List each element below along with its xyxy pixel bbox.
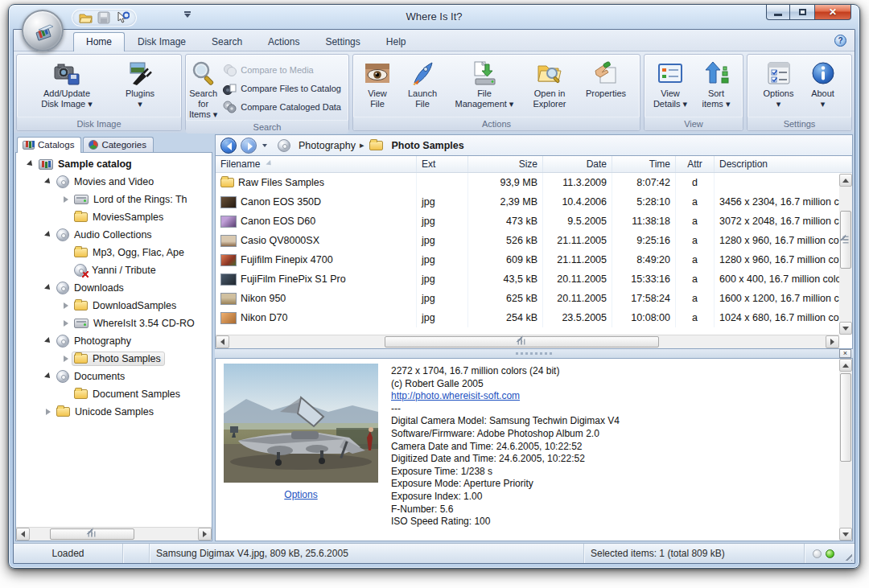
scroll-right-button[interactable] bbox=[826, 335, 839, 348]
about-button[interactable]: About ▾ bbox=[802, 56, 844, 117]
tree-item-downloads[interactable]: Downloads bbox=[16, 279, 212, 297]
column-attr[interactable]: Attr bbox=[676, 156, 715, 172]
expander-icon[interactable] bbox=[60, 302, 72, 309]
help-icon[interactable]: ? bbox=[834, 35, 846, 47]
tree-item-mp3-ogg-flac-ape[interactable]: Mp3, Ogg, Flac, Ape bbox=[16, 244, 212, 261]
file-row-canon-eos-350d[interactable]: Canon EOS 350D jpg2,39 MB 10.4.20065:28:… bbox=[216, 192, 852, 212]
tree-item-lord-of-the-rings[interactable]: Lord of the Rings: Th bbox=[16, 191, 212, 208]
scroll-left-button[interactable] bbox=[216, 335, 229, 348]
application-orb-button[interactable] bbox=[22, 10, 64, 51]
file-management-button[interactable]: File Management ▾ bbox=[446, 56, 523, 117]
tree-item-moviessamples[interactable]: MoviesSamples bbox=[16, 208, 212, 226]
tree-item-photo-samples[interactable]: Photo Samples bbox=[16, 350, 212, 368]
file-row-raw-files-samples[interactable]: Raw Files Samples 93,9 MB 11.3.20098:07:… bbox=[216, 173, 852, 192]
launch-file-button[interactable]: Launch File bbox=[399, 56, 446, 117]
tree-item-document-samples[interactable]: Document Samples bbox=[16, 385, 212, 403]
photo-preview-jet[interactable] bbox=[224, 364, 378, 483]
tree-item-sample-catalog[interactable]: Sample catalog bbox=[16, 155, 212, 173]
back-button[interactable] bbox=[220, 138, 237, 154]
tree-item-movies-and-video[interactable]: Movies and Video bbox=[16, 173, 212, 191]
tree-item-yanni-tribute[interactable]: Yanni / Tribute bbox=[16, 261, 212, 279]
expander-icon[interactable] bbox=[42, 232, 54, 237]
view-file-button[interactable]: View File bbox=[356, 56, 399, 117]
scrollbar-thumb[interactable] bbox=[840, 373, 851, 462]
scroll-right-button[interactable] bbox=[198, 528, 212, 541]
column-ext[interactable]: Ext bbox=[417, 156, 468, 172]
save-icon[interactable] bbox=[97, 11, 111, 24]
scroll-up-button[interactable] bbox=[839, 359, 852, 372]
compare-cataloged-data-button[interactable]: Compare Cataloged Data bbox=[220, 98, 346, 115]
tree-item-audio-collections[interactable]: Audio Collections bbox=[16, 226, 212, 244]
close-button[interactable]: ✕ bbox=[814, 5, 851, 20]
splitter-grip[interactable] bbox=[516, 352, 553, 355]
tab-disk-image[interactable]: Disk Image bbox=[125, 32, 199, 51]
tab-help[interactable]: Help bbox=[373, 32, 419, 51]
tree-item-unicode-samples[interactable]: Unicode Samples bbox=[16, 403, 212, 421]
scroll-left-button[interactable] bbox=[16, 528, 30, 541]
tab-home[interactable]: Home bbox=[73, 32, 125, 51]
tab-actions[interactable]: Actions bbox=[255, 32, 312, 51]
minimize-button[interactable] bbox=[766, 5, 790, 20]
tab-catalogs[interactable]: Catalogs bbox=[17, 137, 81, 153]
properties-button[interactable]: Properties bbox=[576, 56, 636, 117]
column-size[interactable]: Size bbox=[468, 156, 543, 172]
forward-button[interactable] bbox=[241, 138, 257, 154]
file-row-fujifilm-finepix-s1-pro[interactable]: FujiFilm FinePix S1 Pro jpg43,5 kB 20.11… bbox=[216, 269, 852, 289]
expander-icon[interactable] bbox=[60, 356, 72, 362]
close-preview-button[interactable]: × bbox=[839, 349, 851, 358]
file-row-casio-qv8000sx[interactable]: Casio QV8000SX jpg526 kB 21.11.20059:25:… bbox=[216, 231, 852, 250]
breadcrumb-photo-samples[interactable]: Photo Samples bbox=[391, 140, 463, 151]
help-pointer-icon[interactable] bbox=[116, 11, 130, 24]
scroll-down-button[interactable] bbox=[839, 528, 852, 541]
expander-icon[interactable] bbox=[42, 409, 54, 415]
expander-icon[interactable] bbox=[24, 162, 36, 167]
sort-items-button[interactable]: Sort items ▾ bbox=[694, 56, 739, 117]
history-dropdown-icon[interactable] bbox=[262, 144, 267, 147]
file-row-canon-eos-d60[interactable]: Canon EOS D60 jpg473 kB 9.5.200511:38:18… bbox=[216, 212, 852, 231]
options-button[interactable]: Options ▾ bbox=[756, 56, 802, 117]
tree-item-photography[interactable]: Photography bbox=[16, 332, 212, 350]
search-for-items-button[interactable]: Search for Items ▾ bbox=[188, 56, 218, 120]
file-row-fujifilm-finepix-4700[interactable]: Fujifilm Finepix 4700 jpg609 kB 21.11.20… bbox=[216, 250, 852, 269]
add-update-disk-image-button[interactable]: Add/Update Disk Image ▾ bbox=[19, 56, 114, 117]
breadcrumb-photography[interactable]: Photography bbox=[299, 140, 356, 151]
qat-customize-arrow[interactable] bbox=[184, 14, 191, 18]
expander-icon[interactable] bbox=[42, 374, 54, 379]
preview-vertical-scrollbar[interactable] bbox=[839, 359, 852, 541]
column-filename[interactable]: Filename bbox=[216, 156, 417, 172]
file-list-horizontal-scrollbar[interactable] bbox=[216, 335, 839, 348]
expander-icon[interactable] bbox=[42, 339, 54, 343]
maximize-button[interactable] bbox=[790, 5, 814, 20]
plugins-button[interactable]: Plugins ▾ bbox=[114, 56, 166, 117]
scroll-down-button[interactable] bbox=[839, 322, 852, 335]
column-description[interactable]: Description bbox=[715, 156, 852, 172]
expander-icon[interactable] bbox=[42, 179, 54, 184]
compare-to-media-button[interactable]: Compare to Media bbox=[220, 61, 346, 78]
open-in-explorer-button[interactable]: Open in Explorer bbox=[523, 56, 576, 117]
scrollbar-thumb[interactable] bbox=[840, 211, 851, 269]
open-catalog-icon[interactable] bbox=[79, 11, 93, 24]
tab-search[interactable]: Search bbox=[199, 32, 255, 51]
tree-horizontal-scrollbar[interactable] bbox=[16, 527, 212, 541]
tab-categories[interactable]: Categories bbox=[83, 137, 154, 153]
expander-icon[interactable] bbox=[42, 286, 54, 290]
tree-item-documents[interactable]: Documents bbox=[16, 368, 212, 385]
view-details-button[interactable]: View Details ▾ bbox=[647, 56, 694, 117]
expander-icon[interactable] bbox=[60, 320, 72, 327]
preview-splitter[interactable]: × bbox=[215, 349, 853, 358]
preview-options-link[interactable]: Options bbox=[284, 489, 317, 500]
preview-website-link[interactable]: http://photo.whereisit-soft.com bbox=[391, 390, 836, 403]
tab-settings[interactable]: Settings bbox=[312, 32, 373, 51]
file-row-nikon-d70[interactable]: Nikon D70 jpg254 kB 23.5.200510:08:00 a1… bbox=[216, 308, 852, 327]
expander-icon[interactable] bbox=[60, 196, 72, 203]
file-list-vertical-scrollbar[interactable] bbox=[839, 174, 852, 335]
scrollbar-thumb[interactable] bbox=[50, 528, 134, 540]
column-date[interactable]: Date bbox=[543, 156, 612, 172]
scrollbar-thumb[interactable] bbox=[385, 336, 659, 347]
scroll-up-button[interactable] bbox=[839, 174, 852, 187]
resize-grip[interactable] bbox=[842, 544, 855, 563]
tree-item-whereisit-cdrom[interactable]: WhereIsIt 3.54 CD-RO bbox=[16, 315, 212, 332]
compare-files-to-catalog-button[interactable]: Compare Files to Catalog bbox=[220, 80, 346, 97]
tree-item-downloadsamples[interactable]: DownloadSamples bbox=[16, 297, 212, 315]
column-time[interactable]: Time bbox=[612, 156, 676, 172]
